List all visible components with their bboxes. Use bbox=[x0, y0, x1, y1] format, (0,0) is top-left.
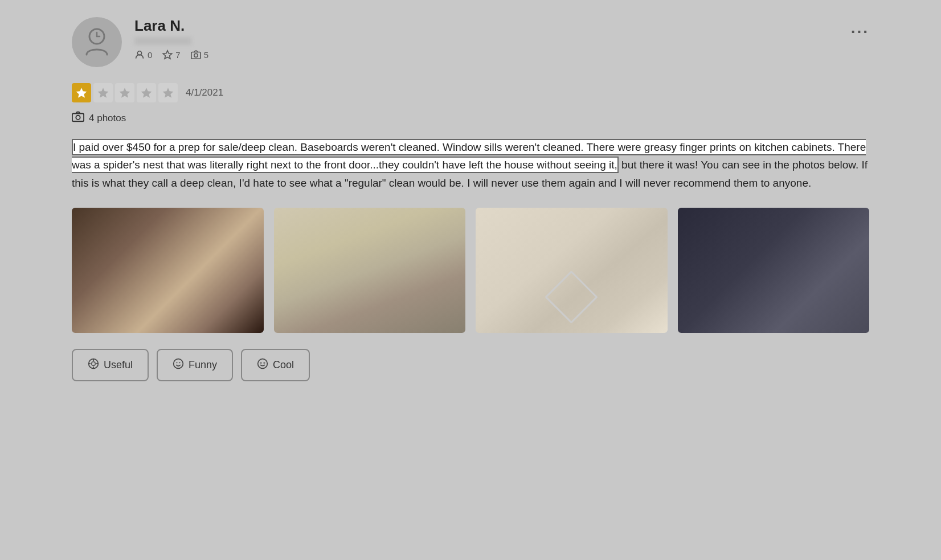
star-1 bbox=[72, 83, 91, 102]
action-buttons: Useful Funny C bbox=[72, 349, 869, 381]
photo-thumb-4[interactable] bbox=[678, 208, 870, 333]
funny-button[interactable]: Funny bbox=[157, 349, 233, 381]
photos-label: 4 photos bbox=[89, 113, 126, 124]
svg-marker-9 bbox=[120, 88, 130, 98]
funny-icon bbox=[173, 358, 184, 372]
user-location bbox=[134, 37, 869, 45]
svg-marker-11 bbox=[163, 88, 174, 98]
star-rating bbox=[72, 83, 178, 102]
funny-label: Funny bbox=[189, 359, 217, 371]
review-header: Lara N. 0 bbox=[72, 17, 869, 67]
svg-point-20 bbox=[174, 359, 183, 369]
svg-point-21 bbox=[177, 362, 178, 363]
svg-rect-5 bbox=[191, 52, 201, 59]
svg-point-24 bbox=[260, 363, 261, 364]
svg-point-25 bbox=[263, 363, 265, 364]
photo-thumb-1[interactable] bbox=[72, 208, 264, 333]
svg-point-22 bbox=[179, 362, 181, 363]
cool-button[interactable]: Cool bbox=[241, 349, 310, 381]
svg-rect-12 bbox=[72, 114, 84, 122]
photos-stat: 5 bbox=[191, 50, 208, 60]
cool-label: Cool bbox=[273, 359, 294, 371]
svg-point-13 bbox=[76, 116, 80, 120]
star-5 bbox=[158, 83, 178, 102]
photo-grid bbox=[72, 208, 869, 333]
review-card: Lara N. 0 bbox=[72, 17, 869, 381]
star-3 bbox=[115, 83, 134, 102]
photo-thumb-3[interactable] bbox=[476, 208, 668, 333]
camera-icon bbox=[191, 50, 201, 60]
cool-icon bbox=[257, 358, 268, 372]
photos-count-row: 4 photos bbox=[72, 110, 869, 126]
user-stats: 0 7 bbox=[134, 50, 869, 60]
useful-label: Useful bbox=[104, 359, 133, 371]
svg-point-15 bbox=[92, 362, 96, 366]
svg-marker-4 bbox=[163, 51, 172, 59]
review-text: I paid over $450 for a prep for sale/dee… bbox=[72, 138, 869, 192]
svg-marker-8 bbox=[98, 88, 109, 98]
useful-button[interactable]: Useful bbox=[72, 349, 149, 381]
star-outline-icon bbox=[162, 50, 173, 60]
friends-count: 0 bbox=[148, 50, 152, 60]
svg-point-23 bbox=[258, 359, 268, 369]
svg-point-6 bbox=[194, 53, 198, 57]
review-text-container: I paid over $450 for a prep for sale/dee… bbox=[72, 138, 869, 192]
rating-row: 4/1/2021 bbox=[72, 83, 869, 102]
star-2 bbox=[93, 83, 113, 102]
reviews-count: 7 bbox=[175, 50, 180, 60]
more-menu-button[interactable]: ··· bbox=[851, 23, 869, 41]
friends-stat: 0 bbox=[134, 50, 152, 60]
reviews-stat: 7 bbox=[162, 50, 180, 60]
svg-marker-10 bbox=[141, 88, 152, 98]
star-4 bbox=[137, 83, 156, 102]
review-date: 4/1/2021 bbox=[186, 87, 223, 98]
camera-icon-small bbox=[72, 110, 84, 126]
avatar[interactable] bbox=[72, 17, 122, 67]
photo-thumb-2[interactable] bbox=[274, 208, 466, 333]
photos-count: 5 bbox=[204, 50, 208, 60]
useful-icon bbox=[88, 358, 99, 372]
person-icon bbox=[134, 50, 145, 60]
user-name[interactable]: Lara N. bbox=[134, 17, 869, 35]
user-info: Lara N. 0 bbox=[134, 17, 869, 60]
svg-marker-7 bbox=[76, 88, 87, 98]
location-blur bbox=[134, 37, 191, 45]
